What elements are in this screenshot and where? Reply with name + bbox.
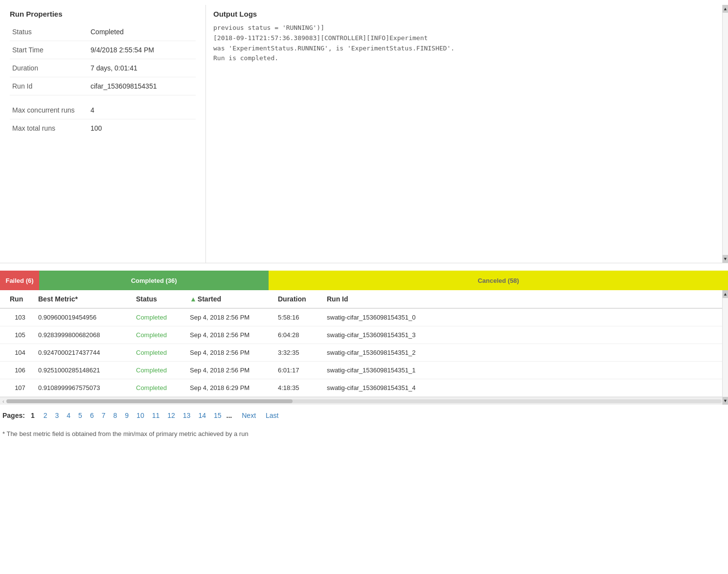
prop-row-extra: Max total runs100 [10,119,196,138]
prop-row-extra: Max concurrent runs4 [10,101,196,119]
status-bar: Failed (6) Completed (36) Canceled (58) [0,271,728,290]
prop-value: 100 [88,119,196,138]
cell-runid: swatig-cifar_1536098154351_1 [323,362,728,379]
cell-runid: swatig-cifar_1536098154351_2 [323,344,728,362]
page-4[interactable]: 4 [64,411,73,420]
cell-started: Sep 4, 2018 2:56 PM [186,308,274,326]
cell-started: Sep 4, 2018 2:56 PM [186,326,274,344]
cell-run: 107 [0,379,34,397]
pagination: Pages: 1 2 3 4 5 6 7 8 9 10 11 12 13 14 … [0,405,728,426]
col-header-runid[interactable]: Run Id [323,290,728,308]
log-content[interactable]: previous status = 'RUNNING')][2018-09-11… [213,23,721,258]
prop-label: Run Id [10,77,88,95]
prop-value: Completed [88,23,196,41]
cell-started: Sep 4, 2018 2:56 PM [186,344,274,362]
prop-label: Start Time [10,41,88,59]
col-header-started[interactable]: ▲Started [186,290,274,308]
table-scroll-up-btn[interactable]: ▲ [723,290,728,298]
cell-runid: swatig-cifar_1536098154351_4 [323,379,728,397]
log-scrollbar[interactable]: ▲ ▼ [722,5,728,263]
prop-row: StatusCompleted [10,23,196,41]
main-container: Run Properties StatusCompletedStart Time… [0,0,728,446]
table-scrollbar[interactable]: ▲ ▼ [722,290,728,405]
page-11[interactable]: 11 [149,411,163,420]
properties-table: StatusCompletedStart Time9/4/2018 2:55:5… [10,23,196,137]
cell-duration: 5:58:16 [274,308,323,326]
col-header-metric[interactable]: Best Metric* [34,290,132,308]
prop-label: Max concurrent runs [10,101,88,119]
cell-duration: 6:01:17 [274,362,323,379]
page-current: 1 [31,412,35,419]
cell-runid: swatig-cifar_1536098154351_0 [323,308,728,326]
cell-run: 103 [0,308,34,326]
runs-table: Run Best Metric* Status ▲Started Duratio… [0,290,728,397]
cell-started: Sep 4, 2018 2:56 PM [186,362,274,379]
page-next-btn[interactable]: Next [238,411,260,420]
table-row[interactable]: 104 0.9247000217437744 Completed Sep 4, … [0,344,728,362]
table-wrapper[interactable]: Run Best Metric* Status ▲Started Duratio… [0,290,728,405]
cell-run: 106 [0,362,34,379]
table-row[interactable]: 105 0.9283999800682068 Completed Sep 4, … [0,326,728,344]
cell-metric: 0.909600019454956 [34,308,132,326]
table-section: Run Best Metric* Status ▲Started Duratio… [0,290,728,405]
cell-duration: 6:04:28 [274,326,323,344]
cell-metric: 0.9283999800682068 [34,326,132,344]
page-6[interactable]: 6 [87,411,97,420]
prop-row: Start Time9/4/2018 2:55:54 PM [10,41,196,59]
cell-run: 104 [0,344,34,362]
page-13[interactable]: 13 [180,411,194,420]
scroll-down-btn[interactable]: ▼ [723,255,728,263]
page-ellipsis: ... [227,412,232,419]
run-properties-panel: Run Properties StatusCompletedStart Time… [0,5,205,263]
col-header-run[interactable]: Run [0,290,34,308]
prop-label: Status [10,23,88,41]
prop-row: Run Idcifar_1536098154351 [10,77,196,95]
cell-runid: swatig-cifar_1536098154351_3 [323,326,728,344]
prop-value: 7 days, 0:01:41 [88,59,196,77]
cell-duration: 4:18:35 [274,379,323,397]
footnote: * The best metric field is obtained from… [0,426,728,441]
cell-metric: 0.9247000217437744 [34,344,132,362]
cell-status: Completed [132,326,186,344]
scroll-left-btn[interactable]: ‹ [2,398,4,404]
prop-label: Duration [10,59,88,77]
page-last-btn[interactable]: Last [262,411,282,420]
table-row[interactable]: 106 0.9251000285148621 Completed Sep 4, … [0,362,728,379]
cell-started: Sep 4, 2018 6:29 PM [186,379,274,397]
prop-value: 4 [88,101,196,119]
cell-metric: 0.9251000285148621 [34,362,132,379]
page-7[interactable]: 7 [99,411,109,420]
run-properties-title: Run Properties [10,10,196,18]
page-14[interactable]: 14 [195,411,209,420]
cell-status: Completed [132,344,186,362]
table-row[interactable]: 107 0.9108999967575073 Completed Sep 4, … [0,379,728,397]
col-header-duration[interactable]: Duration [274,290,323,308]
page-12[interactable]: 12 [164,411,178,420]
prop-label: Max total runs [10,119,88,138]
page-5[interactable]: 5 [75,411,85,420]
top-section: Run Properties StatusCompletedStart Time… [0,5,728,263]
scroll-up-btn[interactable]: ▲ [723,5,728,13]
status-canceled-bar[interactable]: Canceled (58) [269,271,728,290]
status-failed[interactable]: Failed (6) [0,271,39,290]
scrollbar-thumb[interactable] [6,399,293,403]
table-header-row: Run Best Metric* Status ▲Started Duratio… [0,290,728,308]
prop-value: cifar_1536098154351 [88,77,196,95]
status-completed-bar[interactable]: Completed (36) [39,271,269,290]
cell-status: Completed [132,379,186,397]
cell-metric: 0.9108999967575073 [34,379,132,397]
col-header-status[interactable]: Status [132,290,186,308]
output-logs-title: Output Logs [213,10,721,18]
page-2[interactable]: 2 [41,411,50,420]
table-row[interactable]: 103 0.909600019454956 Completed Sep 4, 2… [0,308,728,326]
cell-status: Completed [132,308,186,326]
page-9[interactable]: 9 [122,411,132,420]
page-10[interactable]: 10 [134,411,147,420]
cell-run: 105 [0,326,34,344]
horizontal-scrollbar[interactable]: ‹ › [0,397,728,405]
pages-label: Pages: [2,412,25,419]
page-15[interactable]: 15 [211,411,225,420]
table-scroll-down-btn[interactable]: ▼ [723,397,728,405]
page-3[interactable]: 3 [52,411,62,420]
page-8[interactable]: 8 [111,411,120,420]
